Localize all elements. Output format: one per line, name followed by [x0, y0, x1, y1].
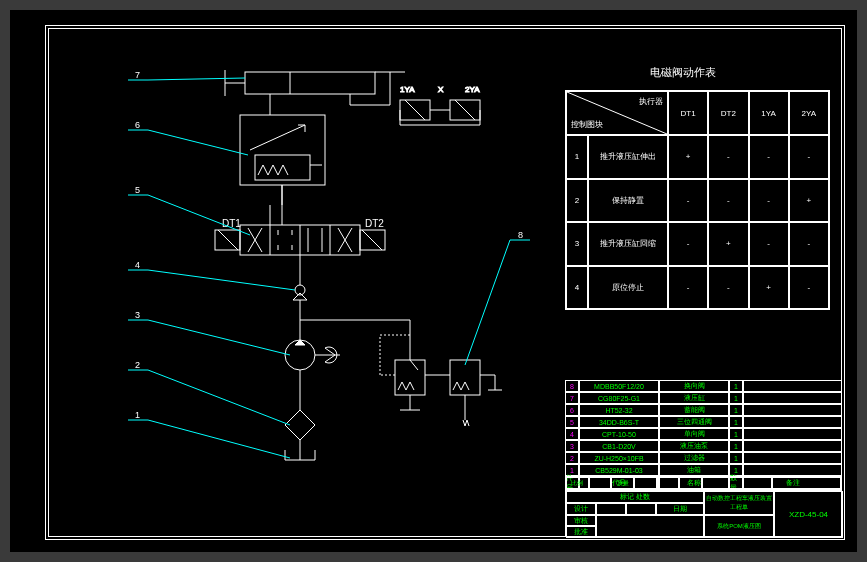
directional-valve [215, 225, 385, 255]
callout-5: 5 [135, 185, 140, 195]
check-valve [293, 255, 307, 340]
relief-valve-2 [425, 360, 502, 426]
relief-valve [300, 320, 425, 410]
callout-7: 7 [135, 70, 140, 80]
svg-rect-20 [240, 115, 325, 185]
callout-8: 8 [518, 230, 523, 240]
action-table: 执行器 控制图块 DT1 DT2 1YA 2YA 1 推升液压缸伸出 + - -… [565, 90, 830, 310]
svg-line-79 [148, 130, 248, 155]
callout-4: 4 [135, 260, 140, 270]
dt2-label: DT2 [365, 218, 384, 229]
svg-text:1YA: 1YA [400, 85, 415, 94]
svg-text:X: X [438, 85, 444, 94]
pump [285, 340, 340, 370]
title-block-upper: 比例 质量 [565, 476, 842, 490]
svg-line-5 [405, 100, 425, 120]
svg-line-81 [148, 195, 250, 235]
svg-line-7 [455, 100, 475, 120]
callout-2: 2 [135, 360, 140, 370]
action-table-title: 电磁阀动作表 [650, 65, 716, 80]
svg-line-42 [218, 230, 238, 250]
svg-line-83 [148, 270, 295, 290]
svg-rect-71 [450, 360, 480, 395]
parts-list: 8MDBB50F12/20换向阀1 7CG80F25-G1液压缸1 6HT52-… [565, 380, 842, 490]
hydraulic-cylinder [225, 70, 375, 96]
callout-leaders [128, 78, 530, 458]
callout-3: 3 [135, 310, 140, 320]
svg-text:2YA: 2YA [465, 85, 480, 94]
callout-1: 1 [135, 410, 140, 420]
svg-line-85 [148, 320, 290, 355]
solenoid-coils: 1YA X 2YA [400, 85, 480, 125]
svg-line-91 [465, 240, 510, 365]
svg-line-87 [148, 370, 290, 425]
svg-line-77 [148, 78, 245, 80]
svg-rect-0 [245, 72, 375, 94]
svg-rect-24 [255, 155, 310, 180]
title-block: 标记 处数 设计 日期 审核 批准 自动数控工程车液压装置工程单 系统POM液压… [565, 490, 842, 537]
svg-line-89 [148, 420, 290, 458]
svg-line-65 [410, 360, 418, 370]
callout-6: 6 [135, 120, 140, 130]
svg-rect-64 [395, 360, 425, 395]
svg-line-21 [250, 125, 305, 150]
filter [285, 370, 315, 460]
svg-line-44 [362, 230, 382, 250]
